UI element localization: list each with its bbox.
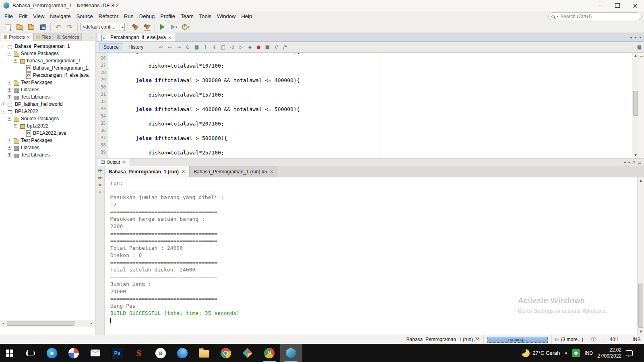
tree-item-bahasa-pemrograman-1[interactable]: −Bahasa_Pemrograman_1 [0, 43, 95, 50]
task-view-button[interactable] [19, 344, 41, 362]
run-project-button[interactable] [157, 22, 168, 32]
red-s-app-button[interactable] [128, 344, 150, 362]
rerun-icon[interactable]: ▶▶ [98, 169, 101, 173]
next-bookmark-icon[interactable]: ▷ [237, 43, 244, 51]
scrollbar-thumb[interactable] [633, 91, 638, 116]
close-icon[interactable] [122, 160, 126, 165]
expand-toggle-icon[interactable]: − [8, 52, 11, 56]
previous-occurrence-icon[interactable]: ↑ [202, 43, 208, 51]
tree-item-test-libraries[interactable]: +Test Libraries [0, 151, 95, 158]
language-indicator[interactable]: IND [584, 350, 593, 356]
tab-list-icon[interactable] [633, 160, 635, 164]
rerun-changed-icon[interactable]: ▶▶ [98, 176, 101, 180]
weather-widget[interactable]: 27°C Cerah [522, 349, 560, 357]
tray-app-icon[interactable] [572, 349, 580, 357]
tree-item-bp1a2022[interactable]: −BP1A2022 [0, 108, 95, 115]
profile-project-button[interactable] [180, 22, 191, 32]
tab-projects[interactable]: Projects [1, 33, 33, 41]
notification-icon[interactable] [591, 337, 596, 342]
output-tab-bahasa-pemrograman-1-run[interactable]: Bahasa_Pemrograman_1 (run) [105, 166, 190, 177]
chevron-up-icon[interactable] [564, 350, 568, 356]
clean-build-button[interactable] [142, 22, 153, 32]
split-editor-icon[interactable] [637, 44, 642, 50]
menu-run[interactable]: Run [121, 12, 136, 20]
highlight-occurrences-icon[interactable]: ▦ [193, 43, 200, 51]
tab-scroll-left-icon[interactable] [630, 35, 632, 39]
status-more[interactable]: (3 more...) [551, 335, 587, 344]
tree-item-bahasa-pemrograman-1[interactable]: −bahasa_pemrograman_1 [0, 57, 95, 64]
view-history-button[interactable]: History [124, 43, 148, 51]
edge-button[interactable] [41, 344, 63, 362]
view-source-button[interactable]: Source [99, 43, 123, 51]
tree-item-bp-latihan-helloworld[interactable]: +BP_latihan_helloworld [0, 101, 95, 108]
save-all-button[interactable] [37, 22, 48, 32]
start-button[interactable] [0, 344, 19, 362]
scroll-left-icon[interactable] [0, 320, 7, 327]
undo-button[interactable] [53, 22, 64, 32]
tree-item-test-packages[interactable]: +Test Packages [0, 137, 95, 144]
config-select[interactable]: <default confi... [80, 23, 125, 31]
open-project-button[interactable] [26, 22, 37, 32]
find-selection-icon[interactable]: ⊙ [184, 43, 191, 51]
menu-edit[interactable]: Edit [16, 12, 30, 20]
netbeans-button[interactable] [280, 344, 302, 362]
redo-button[interactable] [64, 22, 75, 32]
output-console[interactable]: run:==================================Ma… [105, 177, 637, 335]
editor-tab[interactable]: Percabangan_if_else.java [97, 33, 175, 41]
tab-services[interactable]: Services [54, 33, 82, 41]
menu-refactor[interactable]: Refactor [96, 12, 121, 20]
chrome-button[interactable] [215, 344, 237, 362]
tree-item-libraries[interactable]: +Libraries [0, 144, 95, 151]
expand-toggle-icon[interactable]: − [14, 124, 17, 128]
action-center-icon[interactable] [626, 350, 633, 356]
browser-app-button[interactable] [63, 344, 85, 362]
scrollbar-thumb[interactable] [638, 284, 643, 328]
menu-window[interactable]: Window [214, 12, 238, 20]
scroll-down-icon[interactable] [632, 152, 639, 158]
clock[interactable]: 22.02 27/09/2022 [597, 347, 621, 359]
expand-toggle-icon[interactable]: + [8, 153, 11, 157]
maximize-window-icon[interactable] [638, 160, 641, 164]
expand-toggle-icon[interactable]: + [8, 139, 11, 142]
expand-toggle-icon[interactable]: + [8, 95, 11, 99]
progress-bar[interactable]: running... [487, 337, 548, 343]
tree-item-bp1a2022-java[interactable]: BP1A2022.java [0, 130, 95, 137]
rectangular-selection-icon[interactable]: □ [220, 43, 226, 51]
menu-file[interactable]: File [2, 12, 16, 20]
back-icon[interactable]: ← [167, 43, 173, 51]
last-edit-icon[interactable]: ↩ [158, 43, 164, 51]
green-a-app-button[interactable] [150, 344, 171, 362]
expand-toggle-icon[interactable]: − [2, 45, 5, 48]
expand-toggle-icon[interactable]: + [8, 146, 11, 150]
expand-toggle-icon[interactable]: + [2, 103, 5, 106]
close-icon[interactable] [270, 169, 273, 174]
output-tab-bahasa-pemrograman-1-run-5[interactable]: Bahasa_Pemrograman_1 (run) #5 [190, 166, 278, 177]
tab-list-icon[interactable] [639, 35, 641, 39]
pinwheel-app-button[interactable] [237, 344, 258, 362]
comment-icon[interactable]: // [273, 43, 279, 51]
quick-search[interactable]: Search (Ctrl+I) [548, 12, 642, 20]
tab-scroll-left-icon[interactable] [624, 160, 626, 164]
new-file-button[interactable] [2, 22, 13, 32]
menu-view[interactable]: View [30, 12, 47, 20]
expand-toggle-icon[interactable]: + [8, 88, 11, 92]
tab-scroll-right-icon[interactable] [635, 35, 637, 39]
menu-tools[interactable]: Tools [196, 12, 214, 20]
editor-vertical-scrollbar[interactable] [632, 53, 639, 158]
horizontal-scrollbar[interactable] [0, 320, 95, 327]
tab-scroll-right-icon[interactable] [628, 160, 630, 164]
menu-team[interactable]: Team [178, 12, 196, 20]
scroll-right-icon[interactable] [88, 320, 95, 327]
tree-item-source-packages[interactable]: −Source Packages [0, 115, 95, 122]
menu-source[interactable]: Source [74, 12, 96, 20]
next-occurrence-icon[interactable]: ↓ [211, 43, 217, 51]
tree-item-bahasa-pemrograman-1[interactable]: Bahasa_Pemrograman_1. [0, 64, 95, 72]
record-macro-icon[interactable]: ● [255, 43, 262, 51]
close-button[interactable] [626, 0, 644, 11]
stop-macro-icon[interactable]: ■ [264, 43, 270, 51]
maximize-button[interactable] [609, 0, 626, 11]
menu-debug[interactable]: Debug [136, 12, 157, 20]
forward-icon[interactable]: → [175, 43, 182, 51]
menu-navigate[interactable]: Navigate [47, 12, 73, 20]
toggle-bookmark-icon[interactable]: ◈ [246, 43, 253, 51]
